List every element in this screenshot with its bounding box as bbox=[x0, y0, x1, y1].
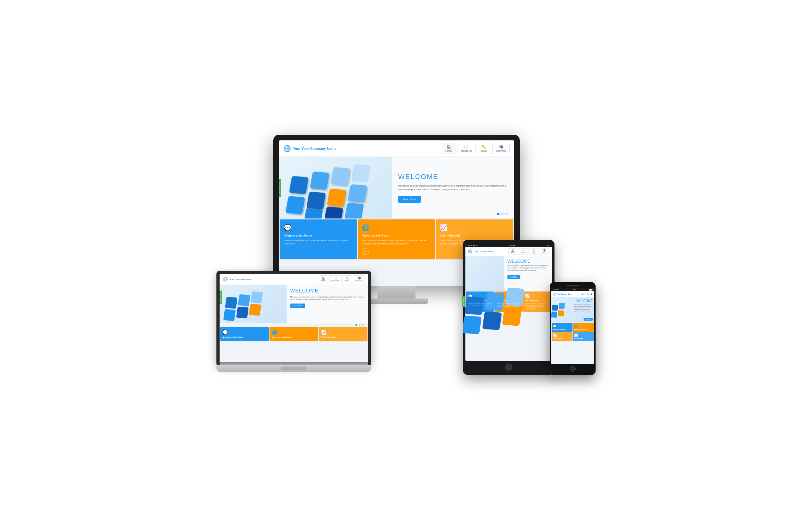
phone-feature-1: 💬 Aliquam eratvolution bbox=[552, 323, 573, 332]
laptop-read-more-button[interactable]: Read More bbox=[290, 303, 305, 308]
tiles-graphic bbox=[279, 157, 392, 218]
phone-feature-4: 📊 Sed malesuada bbox=[573, 332, 594, 341]
phone-contact-icon[interactable]: 📬 bbox=[590, 293, 592, 295]
chat-icon: 💬 bbox=[284, 224, 353, 232]
arrow-icon[interactable]: → bbox=[362, 248, 369, 255]
phone-logo-text: Your Company Name bbox=[557, 293, 572, 295]
laptop-chart-icon: 📈 bbox=[321, 330, 365, 335]
svg-rect-37 bbox=[559, 303, 565, 309]
hero-title: WELCOME bbox=[398, 173, 508, 181]
svg-rect-23 bbox=[249, 304, 261, 316]
phone-extra-icon: 📊 bbox=[574, 333, 592, 337]
feature-title-2: Maecenas vel dictum bbox=[362, 234, 431, 237]
laptop-hero-graphic: FEEDBACK bbox=[220, 285, 287, 323]
phone-tiles bbox=[551, 297, 573, 323]
home-icon: 🏠 bbox=[446, 145, 451, 149]
laptop-dot-2[interactable] bbox=[358, 324, 360, 326]
laptop-home-icon: 🏠 bbox=[322, 277, 325, 280]
laptop-nav-about[interactable]: 📄 ABOUT US bbox=[329, 275, 342, 283]
svg-rect-5 bbox=[310, 171, 329, 190]
logo-text: Your Your Company Name bbox=[293, 147, 337, 151]
hero-graphic: FEEDBACK bbox=[279, 157, 392, 218]
phone-status-bar: NETWORK 12:32 ████ bbox=[551, 288, 594, 291]
phone-blog-icon[interactable]: ✏️ bbox=[587, 293, 589, 295]
site-header: Your Your Company Name 🏠 HOME 📄 ABOUT US bbox=[279, 140, 514, 157]
hero-text: Maecenas egestas sapien sit amet magna l… bbox=[398, 184, 508, 192]
dot-3[interactable] bbox=[505, 213, 508, 215]
svg-rect-19 bbox=[238, 294, 251, 306]
laptop-screen-container: Your Company Name 🏠 HOME 📄 ABOUT US bbox=[216, 271, 371, 365]
svg-rect-8 bbox=[286, 196, 305, 214]
svg-rect-39 bbox=[558, 310, 564, 317]
phone-home-icon[interactable]: 🏠 bbox=[581, 293, 584, 295]
laptop-contact-icon: 📬 bbox=[357, 277, 361, 280]
dot-1[interactable] bbox=[497, 213, 499, 215]
laptop-dot-1[interactable] bbox=[355, 324, 357, 326]
tablet-tiles bbox=[465, 256, 504, 291]
phone-speaker bbox=[567, 285, 579, 287]
phone-hero: WELCOME Maecenas egestas sapien sit amet… bbox=[551, 297, 594, 323]
nav-about[interactable]: 📄 ABOUT US bbox=[457, 143, 475, 154]
laptop-blog-icon: ✏️ bbox=[346, 277, 349, 280]
hero-dots bbox=[497, 213, 508, 215]
nav-home[interactable]: 🏠 HOME bbox=[442, 143, 456, 154]
phone-read-more-button[interactable]: Read More bbox=[584, 318, 593, 321]
laptop-feature-2: 🌐 Maecenas vel dictum bbox=[269, 327, 318, 341]
dot-2[interactable] bbox=[501, 213, 504, 215]
svg-rect-21 bbox=[223, 309, 236, 321]
phone-feature-3: 📈 Sed malesuada bbox=[552, 332, 573, 341]
phone-hero-text: Maecenas egestas sapien sit amet magna l… bbox=[574, 304, 593, 312]
tablet-screen: NETWORK 3G 11:45 AM 51% Your Company Nam… bbox=[465, 244, 552, 361]
laptop-hero-dots bbox=[220, 323, 368, 327]
svg-rect-10 bbox=[327, 189, 346, 207]
feature-title-1: Aliquam eratvolution bbox=[284, 234, 353, 237]
laptop-nav: 🏠 HOME 📄 ABOUT US ✏️ BLOG bbox=[319, 275, 365, 283]
globe-icon bbox=[283, 145, 291, 153]
phone-screen: NETWORK 12:32 ████ Your Company Name bbox=[551, 288, 594, 364]
tablet-hero: FEEDBACK WELCOME Maecenas egestas sapi bbox=[465, 256, 552, 291]
svg-rect-9 bbox=[306, 192, 326, 210]
contact-icon: 📬 bbox=[499, 145, 503, 149]
laptop-nav-home[interactable]: 🏠 HOME bbox=[319, 275, 328, 283]
scene: Your Your Company Name 🏠 HOME 📄 ABOUT US bbox=[216, 135, 596, 381]
svg-rect-38 bbox=[551, 311, 557, 318]
laptop-nav-blog[interactable]: ✏️ BLOG bbox=[343, 275, 352, 283]
laptop-globe-icon bbox=[223, 277, 228, 282]
monitor-stand-base bbox=[365, 298, 428, 304]
monitor-stand-neck bbox=[378, 286, 415, 298]
tablet-hero-graphic: FEEDBACK bbox=[465, 256, 504, 291]
laptop-screen: Your Company Name 🏠 HOME 📄 ABOUT US bbox=[220, 274, 368, 362]
laptop-dot-3[interactable] bbox=[362, 324, 364, 326]
phone-frame: NETWORK 12:32 ████ Your Company Name bbox=[550, 282, 596, 375]
laptop-feature-1: 💬 Aliquam eratvolution bbox=[220, 327, 269, 341]
svg-rect-36 bbox=[552, 304, 558, 311]
laptop-about-icon: 📄 bbox=[334, 277, 337, 280]
phone-features: 💬 Aliquam eratvolution 🌐 Maecenas vel di… bbox=[551, 323, 594, 341]
laptop-header: Your Company Name 🏠 HOME 📄 ABOUT US bbox=[220, 274, 368, 285]
feature-card-2: 🌐 Maecenas vel dictum Nulla odio purus, … bbox=[358, 219, 435, 259]
phone-logo: Your Company Name bbox=[553, 293, 572, 296]
svg-rect-13 bbox=[324, 207, 343, 218]
nav-contact[interactable]: 📬 CONTACT bbox=[492, 143, 510, 154]
nav-blog[interactable]: ✏️ BLOG bbox=[477, 143, 491, 154]
hero-content: WELCOME Maecenas egestas sapien sit amet… bbox=[392, 168, 514, 208]
laptop-logo: Your Company Name bbox=[223, 277, 252, 282]
blog-icon: ✏️ bbox=[482, 145, 486, 149]
site-logo: Your Your Company Name bbox=[283, 145, 337, 153]
hero-read-more-button[interactable]: Read More bbox=[398, 196, 421, 203]
phone-globe-feature-icon: 🌐 bbox=[574, 324, 592, 328]
website-laptop: Your Company Name 🏠 HOME 📄 ABOUT US bbox=[220, 274, 368, 362]
svg-rect-7 bbox=[351, 164, 371, 183]
laptop-base bbox=[216, 365, 371, 372]
phone-about-icon[interactable]: 📄 bbox=[584, 293, 586, 295]
laptop-hinge bbox=[220, 362, 368, 365]
svg-rect-6 bbox=[330, 167, 350, 185]
svg-rect-14 bbox=[344, 203, 364, 218]
phone-home-button[interactable] bbox=[570, 366, 576, 372]
svg-rect-22 bbox=[236, 306, 249, 318]
laptop-nav-contact[interactable]: 📬 CONTACT bbox=[353, 275, 365, 283]
hero-section: FEEDBACK bbox=[279, 157, 514, 218]
svg-rect-4 bbox=[289, 176, 309, 194]
feature-title-3: Sed malesuada bbox=[440, 234, 509, 237]
svg-rect-20 bbox=[251, 291, 263, 303]
